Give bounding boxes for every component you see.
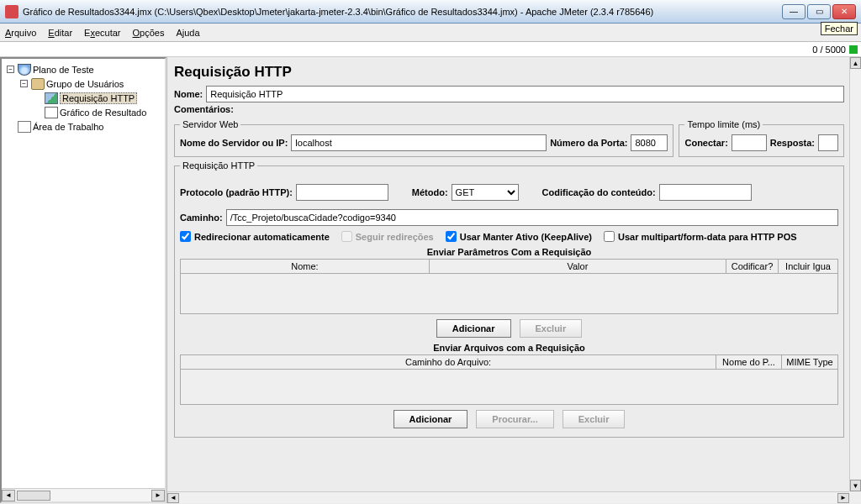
menu-arquivo[interactable]: Arquivo <box>5 28 36 38</box>
status-strip: 0 / 5000 <box>0 42 861 57</box>
col-name[interactable]: Nome: <box>181 260 430 273</box>
tree-label-request: Requisição HTTP <box>60 92 137 104</box>
server-legend: Servidor Web <box>180 119 240 129</box>
files-browse-button: Procurar... <box>476 410 553 428</box>
scroll-left-icon[interactable]: ◄ <box>167 493 179 503</box>
scroll-thumb[interactable] <box>17 491 50 501</box>
method-select[interactable]: GET <box>452 184 519 201</box>
col-paramname[interactable]: Nome do P... <box>716 355 782 369</box>
request-fieldset: Requisição HTTP Protocolo (padrão HTTP):… <box>174 160 844 438</box>
multipart-label: Usar multipart/form-data para HTTP POS <box>618 232 797 242</box>
scroll-down-icon[interactable]: ▼ <box>850 480 861 491</box>
response-input[interactable] <box>818 134 838 151</box>
response-label: Resposta: <box>770 138 815 148</box>
files-table-body[interactable] <box>180 370 838 405</box>
name-input[interactable] <box>206 86 844 102</box>
vscroll-track[interactable] <box>850 69 861 480</box>
tree-node-group[interactable]: − Grupo de Usuários <box>7 76 165 91</box>
menu-executar[interactable]: Executar <box>84 28 120 38</box>
col-value[interactable]: Valor <box>430 260 726 273</box>
timeout-fieldset: Tempo limite (ms) Conectar: Resposta: <box>679 119 844 157</box>
tree-node-graph[interactable]: Gráfico de Resultado <box>7 105 165 119</box>
thread-counter: 0 / 5000 <box>812 45 846 55</box>
tree-label-group: Grupo de Usuários <box>46 79 124 89</box>
follow-redirect-label: Seguir redireções <box>356 232 434 242</box>
tree-hscrollbar[interactable]: ◄ ► <box>2 488 165 501</box>
request-legend: Requisição HTTP <box>180 160 257 171</box>
menubar: Arquivo Editar Executar Opções Ajuda <box>0 24 861 42</box>
tree-label-graph: Gráfico de Resultado <box>60 108 146 118</box>
name-label: Nome: <box>174 89 203 99</box>
tree-node-request[interactable]: Requisição HTTP <box>7 91 165 105</box>
multipart-checkbox[interactable] <box>604 231 615 242</box>
maximize-button[interactable]: ▭ <box>807 4 831 19</box>
port-input[interactable] <box>631 134 668 151</box>
timeout-legend: Tempo limite (ms) <box>684 119 763 129</box>
tree-label-plan: Plano de Teste <box>33 65 94 75</box>
menu-editar[interactable]: Editar <box>48 28 72 38</box>
menu-opcoes[interactable]: Opções <box>132 28 164 38</box>
protocol-label: Protocolo (padrão HTTP): <box>180 187 293 197</box>
col-filepath[interactable]: Caminho do Arquivo: <box>181 355 716 369</box>
scroll-left-icon[interactable]: ◄ <box>2 490 15 501</box>
col-mime[interactable]: MIME Type <box>782 355 837 369</box>
scroll-corner <box>849 491 861 503</box>
close-tooltip: Fechar <box>821 22 858 35</box>
graph-icon <box>45 107 58 118</box>
col-include[interactable]: Incluir Igua <box>779 260 837 273</box>
scroll-right-icon[interactable]: ► <box>837 493 849 503</box>
collapse-icon[interactable]: − <box>7 66 14 73</box>
col-encode[interactable]: Codificar? <box>726 260 779 273</box>
minimize-button[interactable]: — <box>782 4 806 19</box>
redirect-auto-checkbox[interactable] <box>180 231 191 242</box>
main-hscrollbar[interactable]: ◄ ► <box>167 491 849 503</box>
tree-panel: − Plano de Teste − Grupo de Usuários Req… <box>0 57 166 503</box>
tree-node-plan[interactable]: − Plano de Teste <box>7 62 165 76</box>
status-led-icon <box>849 45 858 54</box>
encoding-input[interactable] <box>659 184 752 201</box>
users-icon <box>31 78 45 90</box>
follow-redirect-checkbox <box>341 231 352 242</box>
files-section-title: Enviar Arquivos com a Requisição <box>180 343 838 353</box>
panel-heading: Requisição HTTP <box>174 64 844 81</box>
protocol-input[interactable] <box>296 184 388 201</box>
main-vscrollbar[interactable]: ▲ ▼ <box>849 57 861 491</box>
connect-label: Conectar: <box>684 138 727 148</box>
tree-node-workspace[interactable]: Área de Trabalho <box>7 119 165 134</box>
port-label: Número da Porta: <box>550 138 627 148</box>
params-add-button[interactable]: Adicionar <box>436 319 511 338</box>
window-title: Gráfico de Resultados3344.jmx (C:\Users\… <box>23 7 782 17</box>
test-plan-tree[interactable]: − Plano de Teste − Grupo de Usuários Req… <box>2 59 165 488</box>
params-table-body[interactable] <box>180 274 838 314</box>
server-fieldset: Servidor Web Nome do Servidor ou IP: Núm… <box>174 119 673 157</box>
flask-icon <box>18 64 31 76</box>
scroll-right-icon[interactable]: ► <box>151 490 165 501</box>
menu-ajuda[interactable]: Ajuda <box>176 28 199 38</box>
connect-input[interactable] <box>732 134 767 151</box>
window-titlebar: Gráfico de Resultados3344.jmx (C:\Users\… <box>0 0 861 24</box>
params-table-header: Nome: Valor Codificar? Incluir Igua <box>180 259 838 274</box>
server-name-input[interactable] <box>291 134 547 151</box>
content-area: − Plano de Teste − Grupo de Usuários Req… <box>0 57 861 503</box>
scroll-up-icon[interactable]: ▲ <box>850 57 861 69</box>
scroll-track[interactable] <box>15 490 151 501</box>
keepalive-checkbox[interactable] <box>446 231 457 242</box>
params-delete-button: Excluir <box>520 319 583 338</box>
files-add-button[interactable]: Adicionar <box>394 410 468 428</box>
server-name-label: Nome do Servidor ou IP: <box>180 138 288 148</box>
path-label: Caminho: <box>180 213 223 223</box>
comments-label: Comentários: <box>174 104 234 114</box>
files-delete-button: Excluir <box>563 410 626 428</box>
path-input[interactable] <box>226 209 838 226</box>
method-label: Método: <box>412 187 448 197</box>
close-button[interactable]: ✕ <box>832 4 856 19</box>
main-panel: Requisição HTTP Nome: Comentários: Servi… <box>166 57 861 503</box>
main-scroll-area: Requisição HTTP Nome: Comentários: Servi… <box>167 57 849 491</box>
collapse-icon[interactable]: − <box>20 80 28 87</box>
params-section-title: Enviar Parâmetros Com a Requisição <box>180 247 838 257</box>
tree-label-workspace: Área de Trabalho <box>33 122 103 132</box>
encoding-label: Codificação do conteúdo: <box>542 187 656 197</box>
app-icon <box>5 5 18 18</box>
keepalive-label: Usar Manter Ativo (KeepAlive) <box>460 232 592 242</box>
redirect-auto-label: Redirecionar automaticamente <box>194 232 330 242</box>
